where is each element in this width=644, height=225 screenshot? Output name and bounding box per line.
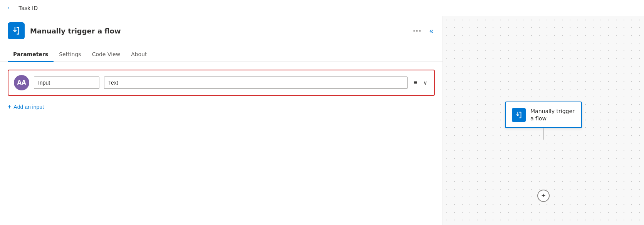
panel-title: Manually trigger a flow [30, 27, 411, 35]
page-title: Task ID [18, 5, 38, 11]
canvas-connector [543, 128, 544, 140]
left-panel: Manually trigger a flow ··· « Parameters… [0, 16, 443, 225]
flow-node-svg-icon [515, 111, 523, 119]
panel-header: Manually trigger a flow ··· « [0, 16, 443, 44]
row-expand-button[interactable]: ∨ [422, 78, 429, 87]
tab-about[interactable]: About [126, 47, 152, 62]
tab-settings[interactable]: Settings [54, 47, 86, 62]
main-layout: Manually trigger a flow ··· « Parameters… [0, 16, 644, 225]
row-menu-button[interactable]: ≡ [412, 78, 419, 88]
canvas-add-button[interactable]: + [537, 190, 550, 202]
input-row: AA ≡ ∨ [8, 70, 435, 96]
flow-node-icon [512, 108, 526, 122]
tab-parameters[interactable]: Parameters [8, 47, 54, 62]
flow-node-label: Manually trigger a flow [530, 108, 575, 122]
add-input-label: Add an input [13, 104, 44, 110]
trigger-svg-icon [11, 26, 21, 36]
input-value-field[interactable] [104, 77, 408, 89]
back-arrow-icon: ← [6, 4, 13, 12]
tabs-bar: Parameters Settings Code View About [0, 47, 443, 62]
header: ← Task ID [0, 0, 644, 16]
panel-content: AA ≡ ∨ + Add an input [0, 62, 443, 225]
panel-actions: ··· « [411, 25, 435, 37]
trigger-icon [8, 22, 25, 39]
back-button[interactable]: ← Task ID [6, 4, 38, 12]
flow-node[interactable]: Manually trigger a flow [505, 102, 582, 128]
plus-icon: + [8, 103, 11, 110]
more-options-button[interactable]: ··· [411, 25, 423, 37]
input-name-field[interactable] [34, 77, 99, 89]
row-actions: ≡ ∨ [412, 78, 429, 88]
tab-code-view[interactable]: Code View [87, 47, 126, 62]
canvas-panel: Manually trigger a flow + [443, 16, 644, 225]
collapse-button[interactable]: « [428, 25, 435, 37]
add-input-button[interactable]: + Add an input [8, 103, 44, 110]
avatar: AA [14, 75, 29, 90]
